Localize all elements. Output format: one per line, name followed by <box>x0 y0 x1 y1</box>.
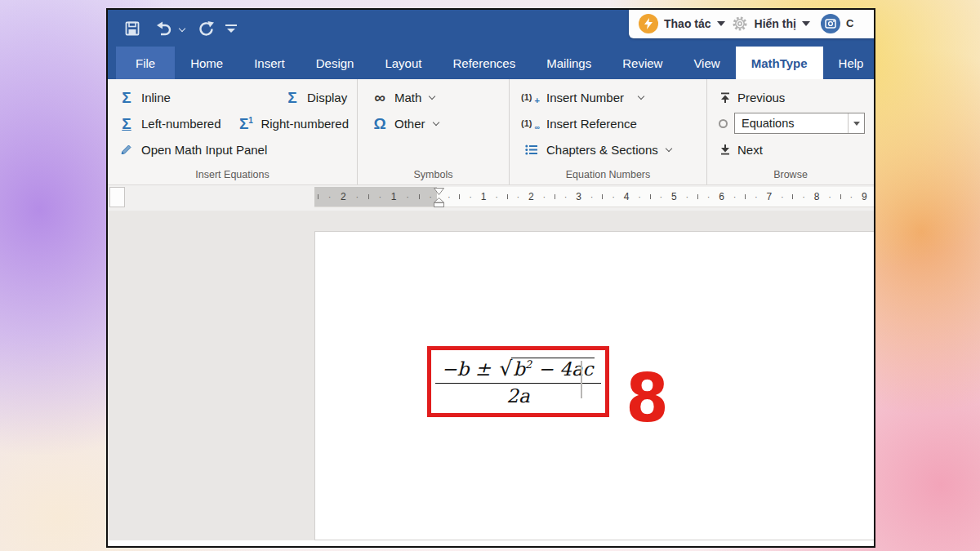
open-math-input-panel-button[interactable]: Open Math Input Panel <box>118 143 267 157</box>
chevron-down-icon <box>666 146 672 153</box>
left-numbered-label: Left-numbered <box>141 117 221 131</box>
display-equation-button[interactable]: Σ Display <box>283 90 347 105</box>
document-area: −b ± √b2 − 4ac 2a 8 <box>108 211 874 546</box>
actions-label[interactable]: Thao tác <box>664 17 711 30</box>
insert-number-label: Insert Number <box>546 91 624 104</box>
previous-label: Previous <box>737 91 785 104</box>
actions-icon[interactable] <box>639 14 658 33</box>
tab-mailings[interactable]: Mailings <box>531 47 607 79</box>
quick-access-toolbar <box>121 17 237 40</box>
display-label: Display <box>307 91 347 104</box>
tab-mathtype[interactable]: MathType <box>736 47 823 79</box>
word-window: Thao tác Hiển thị C File <box>106 8 875 548</box>
group-label-equation-numbers: Equation Numbers <box>510 167 706 184</box>
next-icon <box>719 144 732 155</box>
tab-file[interactable]: File <box>116 47 175 79</box>
first-line-indent-marker[interactable] <box>434 188 444 195</box>
inline-equation-button[interactable]: Σ Inline <box>118 90 278 105</box>
recorder-overlay-toolbar: Thao tác Hiển thị C <box>629 8 874 38</box>
math-label: Math <box>394 91 421 104</box>
infinity-icon: ∞ <box>371 90 389 105</box>
browse-dropdown-value: Equations <box>735 117 848 130</box>
tab-design[interactable]: Design <box>301 47 370 79</box>
tab-layout[interactable]: Layout <box>369 47 437 79</box>
tab-references[interactable]: References <box>437 47 531 79</box>
ruler-main-marks: ··1··2··3··4··5··6··7··8··9 <box>448 187 867 207</box>
insert-number-icon: (1)+ <box>521 92 541 102</box>
ruler-row: ·2··1·· ··1··2··3··4··5··6··7··8··9 <box>108 185 874 211</box>
group-browse: Previous Equations <box>707 79 874 184</box>
display-label[interactable]: Hiển thị <box>755 17 796 30</box>
group-insert-equations: Σ Inline Σ Display Σ Left-numbered Σ1 <box>108 79 358 184</box>
undo-icon[interactable] <box>152 17 175 40</box>
previous-button[interactable]: Previous <box>719 91 785 104</box>
radicand: b2 − 4ac <box>511 358 595 380</box>
redo-icon[interactable] <box>194 17 217 40</box>
sigma-left-numbered-icon: Σ <box>118 116 136 131</box>
undo-dropdown-icon[interactable] <box>178 24 186 33</box>
display-dropdown-icon[interactable] <box>802 21 810 30</box>
other-label: Other <box>394 117 425 131</box>
chevron-down-icon <box>638 94 644 100</box>
group-label-browse: Browse <box>707 167 874 184</box>
actions-dropdown-icon[interactable] <box>717 21 725 30</box>
gear-icon[interactable] <box>731 15 749 33</box>
chapters-sections-label: Chapters & Sections <box>546 143 658 157</box>
numerator-prefix: −b ± <box>442 358 497 380</box>
chevron-down-icon <box>433 120 439 127</box>
sigma-display-icon: Σ <box>283 90 301 105</box>
previous-icon <box>719 92 732 103</box>
sigma-right-numbered-icon: Σ1 <box>237 116 255 131</box>
text-cursor <box>581 361 582 398</box>
group-label-symbols: Symbols <box>358 167 509 184</box>
document-page[interactable]: −b ± √b2 − 4ac 2a 8 <box>314 231 874 540</box>
denominator: 2a <box>506 384 529 407</box>
tab-stop-selector[interactable] <box>109 187 125 207</box>
save-icon[interactable] <box>121 17 144 40</box>
customize-quick-access-icon[interactable] <box>225 24 237 33</box>
browse-target-icon <box>719 119 728 128</box>
group-symbols: ∞ Math Ω Other Symbols <box>358 79 510 184</box>
omega-icon: Ω <box>371 116 389 131</box>
insert-reference-label: Insert Reference <box>546 117 637 131</box>
title-bar: Thao tác Hiển thị C <box>108 10 874 47</box>
tab-insert[interactable]: Insert <box>238 47 301 79</box>
tab-review[interactable]: Review <box>607 47 678 79</box>
chapters-sections-button[interactable]: Chapters & Sections <box>521 143 672 157</box>
open-math-input-panel-label: Open Math Input Panel <box>141 143 267 157</box>
math-symbols-button[interactable]: ∞ Math <box>371 90 435 105</box>
dropdown-arrow-icon[interactable] <box>848 113 864 133</box>
list-icon <box>521 144 541 155</box>
tab-help[interactable]: Help <box>823 47 875 79</box>
group-label-insert-equations: Insert Equations <box>108 167 357 184</box>
radical-sign: √ <box>499 357 512 380</box>
camera-icon[interactable] <box>821 14 840 33</box>
quadratic-formula-equation[interactable]: −b ± √b2 − 4ac 2a <box>435 357 602 407</box>
overlay-trailing-letter: C <box>846 17 853 29</box>
sigma-inline-icon: Σ <box>118 90 136 105</box>
hanging-indent-marker[interactable] <box>434 198 444 207</box>
other-symbols-button[interactable]: Ω Other <box>371 116 439 131</box>
equation-highlight-box: −b ± √b2 − 4ac 2a <box>427 346 609 417</box>
next-label: Next <box>737 143 763 157</box>
group-equation-numbers: (1)+ Insert Number (1)∞ Insert Reference <box>510 79 707 184</box>
right-numbered-equation-button[interactable]: Σ1 Right-numbered <box>237 116 349 131</box>
horizontal-ruler[interactable]: ·2··1·· ··1··2··3··4··5··6··7··8··9 <box>314 187 874 207</box>
insert-reference-icon: (1)∞ <box>521 118 541 128</box>
left-numbered-equation-button[interactable]: Σ Left-numbered <box>118 116 231 131</box>
tab-view[interactable]: View <box>678 47 735 79</box>
insert-number-button[interactable]: (1)+ Insert Number <box>521 91 644 104</box>
insert-reference-button[interactable]: (1)∞ Insert Reference <box>521 117 637 131</box>
annotation-number: 8 <box>626 371 668 425</box>
pen-icon <box>118 143 136 156</box>
inline-label: Inline <box>141 91 171 104</box>
ribbon: Σ Inline Σ Display Σ Left-numbered Σ1 <box>108 79 874 185</box>
tab-home[interactable]: Home <box>175 47 238 79</box>
right-numbered-label: Right-numbered <box>261 117 349 131</box>
ribbon-tab-bar: File Home Insert Design Layout Reference… <box>108 47 874 79</box>
ruler-margin-marks: ·2··1·· <box>318 187 432 207</box>
browse-equations-dropdown[interactable]: Equations <box>734 113 865 134</box>
chevron-down-icon <box>429 94 435 100</box>
window-bottom-strip <box>108 540 874 546</box>
next-button[interactable]: Next <box>719 143 763 157</box>
